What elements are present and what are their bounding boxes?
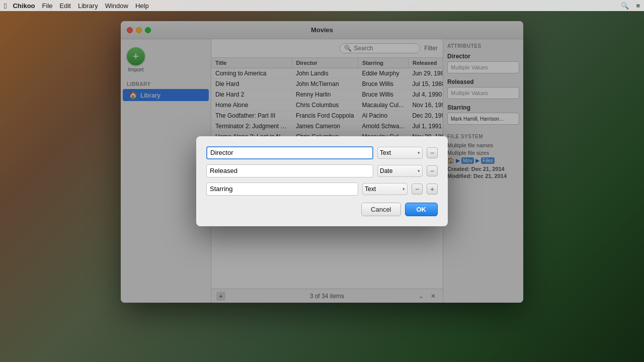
chevron-down-icon: ▾ bbox=[418, 168, 420, 173]
remove-director-filter-button[interactable]: − bbox=[427, 147, 438, 158]
remove-starring-filter-button[interactable]: − bbox=[412, 184, 423, 195]
menubar-icons: 🔍 ≡ bbox=[621, 2, 640, 10]
menu-library[interactable]: Library bbox=[78, 2, 98, 10]
list-menubar-icon[interactable]: ≡ bbox=[636, 2, 640, 10]
released-field[interactable] bbox=[206, 164, 373, 177]
menu-edit[interactable]: Edit bbox=[60, 2, 71, 10]
chevron-down-icon: ▾ bbox=[418, 150, 420, 155]
menubar:  Chikoo File Edit Library Window Help 🔍… bbox=[0, 0, 644, 11]
filter-row-released: Date ▾ − bbox=[206, 164, 438, 177]
menu-file[interactable]: File bbox=[42, 2, 53, 10]
apple-menu[interactable]:  bbox=[4, 2, 7, 10]
director-field[interactable] bbox=[206, 146, 373, 159]
menu-chikoo[interactable]: Chikoo bbox=[13, 2, 35, 10]
starring-type-select[interactable]: Text ▾ bbox=[362, 183, 408, 195]
menu-window[interactable]: Window bbox=[105, 2, 128, 10]
filter-modal: Text ▾ − Date ▾ − Text ▾ − + Canc bbox=[196, 136, 448, 226]
search-menubar-icon[interactable]: 🔍 bbox=[621, 2, 629, 10]
released-type-select[interactable]: Date ▾ bbox=[377, 165, 423, 177]
remove-released-filter-button[interactable]: − bbox=[427, 165, 438, 176]
ok-button[interactable]: OK bbox=[405, 203, 438, 216]
cancel-button[interactable]: Cancel bbox=[361, 203, 400, 216]
starring-field[interactable] bbox=[206, 183, 358, 196]
filter-row-starring: Text ▾ − + bbox=[206, 183, 438, 196]
director-type-select[interactable]: Text ▾ bbox=[377, 147, 423, 159]
modal-overlay: Text ▾ − Date ▾ − Text ▾ − + Canc bbox=[0, 0, 644, 362]
add-filter-button[interactable]: + bbox=[427, 184, 438, 195]
filter-row-director: Text ▾ − bbox=[206, 146, 438, 159]
modal-buttons: Cancel OK bbox=[206, 203, 438, 216]
chevron-down-icon: ▾ bbox=[403, 187, 405, 192]
menu-help[interactable]: Help bbox=[135, 2, 149, 10]
